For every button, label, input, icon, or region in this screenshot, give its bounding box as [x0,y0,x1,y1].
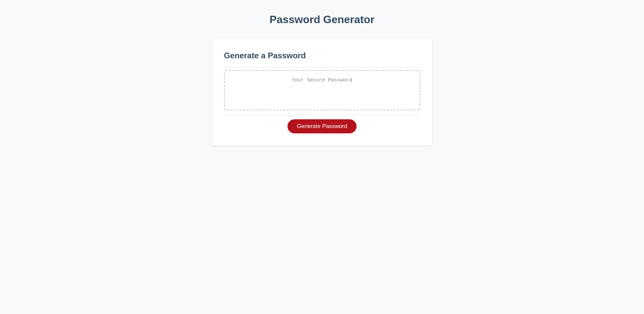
page-title: Password Generator [0,13,644,26]
password-output[interactable] [224,70,420,110]
card-title: Generate a Password [224,51,420,60]
generate-button[interactable]: Generate Password [287,119,357,133]
generator-card: Generate a Password Generate Password [212,39,432,145]
card-footer: Generate Password [224,115,420,133]
card-header: Generate a Password [224,51,420,67]
